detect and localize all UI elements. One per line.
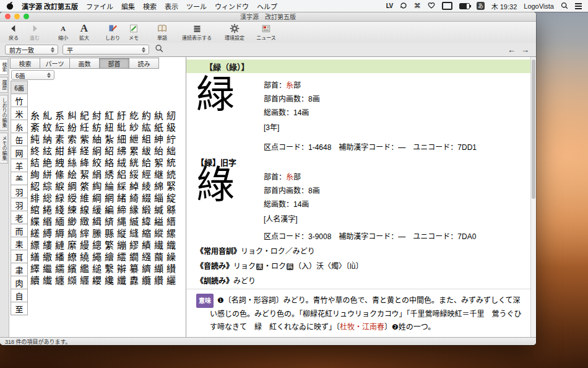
tab-bushu[interactable]: 部首: [99, 58, 129, 69]
kanji-grid-row[interactable]: 縹縷縺縻縵總繁繃繆績繊織: [30, 240, 185, 252]
search-query-dropdown[interactable]: 平: [63, 45, 149, 55]
scrollbar-thumb[interactable]: [532, 59, 535, 199]
radical-item[interactable]: 老: [11, 211, 28, 224]
entry-scrollbar[interactable]: [530, 57, 536, 338]
minimize-button[interactable]: [14, 14, 20, 19]
menu-item-window[interactable]: ウィンドウ: [215, 1, 249, 11]
menu-item-tools[interactable]: ツール: [186, 1, 207, 11]
side-tab-bookmark-edit[interactable]: しおりの編集: [0, 95, 8, 131]
apple-icon[interactable]: [6, 1, 14, 11]
kanji-grid-row[interactable]: 紊紋紜紛紝紡紐紕紗紘紙級: [30, 122, 185, 134]
spotlight-icon[interactable]: [561, 2, 568, 11]
radical-link[interactable]: 糸: [286, 173, 293, 182]
radical-item[interactable]: 至: [11, 302, 28, 315]
zoom-in-label: 拡大: [79, 34, 89, 41]
kanji-grid-row[interactable]: 綛綜綟綢綮綯綸綵綽綾綿緊: [30, 181, 185, 193]
source-link[interactable]: 杜牧・江南春: [340, 323, 384, 331]
kanji-grid-row[interactable]: 續纎纏纐纒纓纔纖纛纜纘纚: [30, 275, 185, 287]
kanji-grid-row[interactable]: 綰綣綫練線緩編締縁緞緘緜: [30, 204, 185, 216]
kanji-grid-row[interactable]: 糸糺系糾紀紂紅紆紇約紈紉: [30, 110, 185, 122]
back-button[interactable]: 戻る: [4, 23, 24, 41]
tab-kensaku[interactable]: 検索: [10, 58, 40, 69]
sync-icon[interactable]: [400, 2, 407, 11]
match-mode-dropdown[interactable]: 前方一致: [5, 45, 58, 55]
radical-item[interactable]: 羽: [11, 185, 28, 198]
preferences-button[interactable]: 環境設定: [222, 23, 248, 41]
radical-item[interactable]: 羽: [11, 198, 28, 211]
kanji-grid-row[interactable]: 純納素索紫紬紮細紲組紳紵: [30, 134, 185, 146]
kanji-grid-row[interactable]: 緋総緑綬維綱網緒綺綴緇綻: [30, 193, 185, 204]
menu-item-view[interactable]: 表示: [165, 1, 178, 11]
side-tab-search[interactable]: 検索: [0, 59, 8, 75]
kanji-grid-row[interactable]: 絢絣絛絵絜絹綉絽綏經継続: [30, 169, 185, 181]
entry-nav: ← →: [508, 45, 531, 55]
radical-list: 6画 竹 米 糸 缶 网 羊 ⺷ 羽 羽 老 而 耒 耳 聿 肉 自 至: [11, 81, 28, 315]
news-button[interactable]: ニュース: [256, 23, 276, 41]
zoom-out-label: 縮小: [58, 34, 68, 41]
radical-item[interactable]: 缶: [11, 133, 28, 146]
close-button[interactable]: [5, 14, 11, 19]
radical-item[interactable]: 糸: [11, 120, 28, 133]
zoom-out-button[interactable]: A 縮小: [53, 23, 73, 41]
on-reading: リョク: [233, 262, 256, 271]
kanji-grid-row[interactable]: 縒縛縟縞縡縢縣縦縫縮縱縲: [30, 228, 185, 240]
menu-app-name[interactable]: 漢字源 改訂第五版: [22, 1, 78, 11]
radical-item[interactable]: 自: [11, 289, 28, 302]
tab-parts[interactable]: パーツ: [40, 58, 70, 69]
radical-item[interactable]: 米: [11, 107, 28, 120]
forward-button[interactable]: 進む: [25, 23, 45, 41]
brand-menu-item[interactable]: LogoVista: [524, 2, 554, 10]
radical-item[interactable]: 耳: [11, 250, 28, 263]
radical-item[interactable]: 网: [11, 146, 28, 159]
bookmark-button[interactable]: しおり: [103, 23, 123, 41]
zoom-in-button[interactable]: A 拡大: [74, 23, 94, 41]
radical-item[interactable]: 聿: [11, 263, 28, 276]
kanji-grid-row[interactable]: 繕繖繙繚繞繩繪繧繝繦繭繰: [30, 252, 185, 263]
kanji-grid-row[interactable]: 終絃紺絆経絅紹紼累紱紿絀: [30, 146, 185, 157]
continuous-display-button[interactable]: 連続表示する: [181, 23, 213, 41]
app-window: 漢字源 改訂第五版 戻る 進む A 縮小 A 拡大 しおり: [0, 12, 536, 345]
notification-center-icon[interactable]: [575, 3, 582, 9]
menu-item-file[interactable]: ファイル: [86, 1, 113, 11]
gear-icon: [230, 23, 240, 34]
menu-item-edit[interactable]: 編集: [121, 1, 135, 11]
input-source-badge[interactable]: あ: [477, 2, 485, 10]
kanji-grid-row[interactable]: 結絶絏絲絳絞絡絨絖給絮統: [30, 157, 185, 169]
word-button[interactable]: 単語: [152, 23, 172, 41]
memo-button[interactable]: メモ: [124, 23, 144, 41]
prev-entry-button[interactable]: ←: [508, 45, 516, 55]
main-content: 検索 履歴 しおりの編集 メモの編集 検索 パーツ 画数 部首 読み 6画 6画…: [0, 57, 536, 338]
kanon-badge: 漢: [256, 263, 263, 270]
heart-icon[interactable]: [428, 2, 435, 10]
command-icon[interactable]: ⌘: [414, 2, 421, 10]
preferences-label: 環境設定: [225, 34, 244, 41]
side-tab-history[interactable]: 履歴: [0, 77, 8, 93]
menu-item-search[interactable]: 検索: [143, 1, 157, 11]
radical-link[interactable]: 糸: [286, 81, 293, 90]
display-icon[interactable]: [442, 2, 452, 10]
kanji-grid-row[interactable]: 緤緡緬緲緻緝緕縄縅緯縊縉: [30, 216, 185, 228]
radical-item[interactable]: 竹: [11, 94, 28, 107]
bookmark-pen-icon: [108, 23, 118, 34]
menu-item-help[interactable]: ヘルプ: [257, 1, 277, 11]
kanji-result-grid: 糸糺系糾紀紂紅紆紇約紈紉 紊紋紜紛紝紡紐紕紗紘紙級 純納素索紫紬紮細紲組紳紵 終…: [30, 110, 185, 287]
tab-yomi[interactable]: 読み: [129, 58, 159, 69]
tab-kakusu[interactable]: 画数: [69, 58, 100, 69]
side-tab-memo-edit[interactable]: メモの編集: [0, 133, 8, 164]
menu-clock[interactable]: 木 19:32: [491, 1, 517, 11]
radical-item[interactable]: 而: [11, 224, 28, 237]
radical-item[interactable]: 肉: [11, 276, 28, 289]
battery-icon[interactable]: [459, 3, 470, 9]
next-entry-button[interactable]: →: [521, 45, 529, 55]
title-bar[interactable]: 漢字源 改訂第五版: [0, 12, 536, 22]
radical-item[interactable]: 羊: [11, 159, 28, 172]
zoom-button[interactable]: [24, 14, 29, 19]
kanji-grid-row[interactable]: 繹繼繻繽繿縋繫辮纂纃纈纉: [30, 263, 185, 275]
code-line: 区点コード：1-4648 補助漢字コード：― ユニコード：7DD1: [264, 141, 477, 152]
lv-status-icon[interactable]: LV: [386, 2, 393, 9]
search-bar: 前方一致 平 ← →: [0, 43, 536, 57]
radical-item[interactable]: ⺷: [11, 172, 28, 185]
search-execute-button[interactable]: [155, 44, 164, 56]
radical-item[interactable]: 耒: [11, 237, 28, 250]
stroke-count-dropdown[interactable]: 6画: [11, 70, 54, 80]
